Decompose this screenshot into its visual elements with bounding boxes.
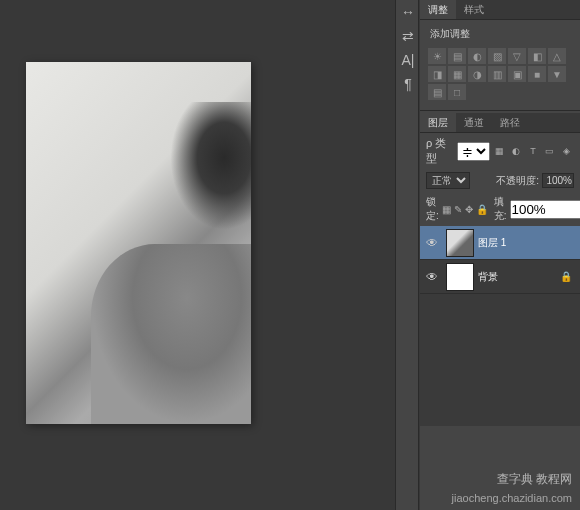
filter-smart-icon[interactable]: ◈ (559, 144, 574, 158)
lock-position-icon[interactable]: ✥ (465, 202, 473, 216)
divider (420, 110, 580, 111)
layer-list: 👁 图层 1 👁 背景 🔒 (420, 226, 580, 426)
adj-curves-icon[interactable]: ◐ (468, 48, 486, 64)
layer-thumbnail[interactable] (446, 229, 474, 257)
adjustments-panel: 添加调整 ☀ ▤ ◐ ▨ ▽ ◧ △ ◨ ▦ ◑ ▥ ▣ ■ ▼ ▤ □ (420, 20, 580, 108)
adj-levels-icon[interactable]: ▤ (448, 48, 466, 64)
layer-name[interactable]: 背景 (478, 270, 498, 284)
lock-transparency-icon[interactable]: ▦ (442, 202, 451, 216)
right-panels: 调整 样式 添加调整 ☀ ▤ ◐ ▨ ▽ ◧ △ ◨ ▦ ◑ ▥ ▣ ■ ▼ ▤… (420, 0, 580, 510)
tool-move-icon[interactable]: ↔ (396, 0, 420, 24)
tool-swap-icon[interactable]: ⇄ (396, 24, 420, 48)
layer-thumbnail[interactable] (446, 263, 474, 291)
adjust-tabs: 调整 样式 (420, 0, 580, 20)
adj-hue-icon[interactable]: ◧ (528, 48, 546, 64)
tab-paths[interactable]: 路径 (492, 113, 528, 132)
lock-row: 锁定: ▦ ✎ ✥ 🔒 填充: (420, 192, 580, 226)
adj-colorbalance-icon[interactable]: △ (548, 48, 566, 64)
layer-item[interactable]: 👁 背景 🔒 (420, 260, 580, 294)
visibility-toggle-icon[interactable]: 👁 (422, 270, 442, 284)
fill-input[interactable] (510, 200, 580, 219)
adj-exposure-icon[interactable]: ▨ (488, 48, 506, 64)
tab-layers[interactable]: 图层 (420, 113, 456, 132)
lock-pixels-icon[interactable]: ✎ (454, 202, 462, 216)
filter-type-icon[interactable]: T (526, 144, 541, 158)
adjustments-title: 添加调整 (424, 24, 576, 44)
blend-row: 正常 不透明度: (420, 169, 580, 192)
tool-text-icon[interactable]: A| (396, 48, 420, 72)
tab-channels[interactable]: 通道 (456, 113, 492, 132)
tool-paragraph-icon[interactable]: ¶ (396, 72, 420, 96)
adj-brightness-icon[interactable]: ☀ (428, 48, 446, 64)
adj-threshold-icon[interactable]: ▼ (548, 66, 566, 82)
filter-pixel-icon[interactable]: ▦ (492, 144, 507, 158)
layer-tabs: 图层 通道 路径 (420, 113, 580, 133)
adj-gradmap-icon[interactable]: ▤ (428, 84, 446, 100)
layer-item[interactable]: 👁 图层 1 (420, 226, 580, 260)
adj-vibrance-icon[interactable]: ▽ (508, 48, 526, 64)
opacity-label: 不透明度: (496, 174, 539, 188)
kind-select[interactable]: ≑ (457, 142, 490, 161)
adj-posterize-icon[interactable]: ■ (528, 66, 546, 82)
visibility-toggle-icon[interactable]: 👁 (422, 236, 442, 250)
adj-colorlookup-icon[interactable]: ▥ (488, 66, 506, 82)
kind-label: ρ 类型 (426, 136, 455, 166)
adj-bw-icon[interactable]: ◨ (428, 66, 446, 82)
adj-photofilter-icon[interactable]: ▦ (448, 66, 466, 82)
lock-label: 锁定: (426, 195, 439, 223)
layer-name[interactable]: 图层 1 (478, 236, 506, 250)
fill-label: 填充: (494, 195, 507, 223)
layers-panel: 图层 通道 路径 ρ 类型 ≑ ▦ ◐ T ▭ ◈ 正常 不透明度: 锁定: ▦ (420, 113, 580, 426)
adj-invert-icon[interactable]: ▣ (508, 66, 526, 82)
tab-styles[interactable]: 样式 (456, 0, 492, 19)
filter-adjust-icon[interactable]: ◐ (509, 144, 524, 158)
lock-all-icon[interactable]: 🔒 (476, 202, 488, 216)
watermark-url: jiaocheng.chazidian.com (452, 492, 572, 504)
layer-kind-filter: ρ 类型 ≑ ▦ ◐ T ▭ ◈ (420, 133, 580, 169)
lock-icon: 🔒 (560, 271, 572, 282)
adjustments-icons: ☀ ▤ ◐ ▨ ▽ ◧ △ ◨ ▦ ◑ ▥ ▣ ■ ▼ ▤ □ (424, 44, 576, 104)
tool-options-strip: ↔ ⇄ A| ¶ (395, 0, 419, 510)
canvas-image[interactable] (26, 62, 251, 424)
watermark-title: 查字典 教程网 (497, 471, 572, 488)
adj-selective-icon[interactable]: □ (448, 84, 466, 100)
blend-mode-select[interactable]: 正常 (426, 172, 470, 189)
opacity-input[interactable] (542, 173, 574, 188)
tab-adjustments[interactable]: 调整 (420, 0, 456, 19)
filter-shape-icon[interactable]: ▭ (542, 144, 557, 158)
canvas-area (0, 0, 390, 510)
adj-channelmixer-icon[interactable]: ◑ (468, 66, 486, 82)
